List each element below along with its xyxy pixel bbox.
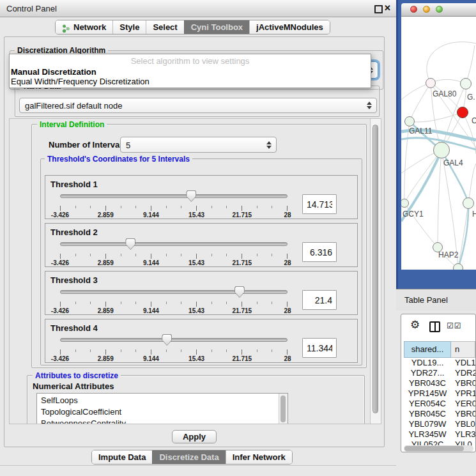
- algorithm-popup-hint: Select algorithm to view settings: [10, 56, 371, 67]
- settings-vertical-scrollbar[interactable]: [370, 119, 381, 424]
- float-window-icon[interactable]: [374, 5, 383, 13]
- slider-track[interactable]: [60, 290, 288, 294]
- column-header-shared[interactable]: shared...: [404, 341, 451, 358]
- network-node[interactable]: [426, 78, 436, 88]
- app-window: Control Panel ✕ Network: [0, 0, 476, 476]
- slider-track[interactable]: [60, 338, 288, 342]
- network-desktop: GAL80 G. C GAL11 GAL4 GCY1 H HAP2: [396, 0, 476, 289]
- slider-handle[interactable]: [234, 286, 245, 298]
- gear-icon[interactable]: ⚙: [410, 319, 420, 330]
- threshold-value-input[interactable]: [302, 338, 337, 358]
- cyni-mode-tab[interactable]: Impute Data: [92, 450, 152, 464]
- slider-handle-face: [235, 287, 244, 297]
- threshold-slider[interactable]: -3.426 2.859 9.144 15.43 21.: [60, 334, 288, 363]
- table-cell: YPR1: [451, 388, 475, 399]
- combo-spinner-icon: [266, 141, 272, 149]
- attribute-list-item[interactable]: SelfLoops: [37, 395, 288, 406]
- tab-label: Network: [73, 20, 106, 34]
- minimize-traffic-light-icon[interactable]: [423, 6, 430, 13]
- threshold-slider[interactable]: -3.426 2.859 9.144 15.43 21.: [60, 238, 288, 267]
- apply-button[interactable]: Apply: [172, 430, 217, 443]
- control-panel-tab[interactable]: Cyni Toolbox: [184, 20, 249, 34]
- attribute-list-item[interactable]: TopologicalCoefficient: [37, 406, 288, 418]
- threshold-slider[interactable]: -3.426 2.859 9.144 15.43 21.: [60, 286, 288, 315]
- numerical-attributes-list[interactable]: SelfLoops TopologicalCoefficient Between…: [36, 393, 288, 424]
- table-horizontal-scrollbar[interactable]: [404, 445, 473, 452]
- tick-label: 21.715: [233, 211, 252, 219]
- attributes-list-scrollbar[interactable]: [279, 394, 288, 424]
- scrollbar-thumb[interactable]: [404, 446, 464, 451]
- threshold-value-input[interactable]: [302, 290, 337, 310]
- threshold-slider[interactable]: -3.426 2.859 9.144 15.43 21.: [60, 190, 288, 219]
- table-cell: YER054C: [404, 399, 451, 409]
- column-header-name[interactable]: n: [451, 341, 475, 358]
- tick-label: 15.43: [188, 259, 204, 266]
- table-cell: YBL0: [451, 419, 475, 429]
- tick-label: 21.715: [233, 355, 252, 362]
- slider-handle-face: [162, 335, 171, 345]
- scrollbar-thumb[interactable]: [280, 395, 286, 422]
- threshold-value-input[interactable]: [302, 194, 337, 214]
- slider-ticks: [60, 206, 288, 211]
- tick-label: -3.426: [51, 355, 69, 362]
- network-node-label: GAL80: [433, 89, 456, 98]
- slider-handle[interactable]: [125, 238, 135, 250]
- table-row[interactable]: YBL079W YBL0: [404, 419, 475, 429]
- tick-label: 9.144: [143, 259, 159, 266]
- table-cell: YDL1: [451, 358, 475, 368]
- table-row[interactable]: YLR345W YLR3: [404, 429, 475, 440]
- scrollbar-thumb[interactable]: [372, 125, 378, 413]
- table-panel-bar: Table Panel: [396, 289, 476, 311]
- slider-track[interactable]: [60, 194, 288, 198]
- table-row[interactable]: YER054C YER0: [404, 399, 475, 409]
- number-of-intervals-label: Number of Intervals: [49, 140, 127, 150]
- threshold-label: Threshold 1: [50, 180, 98, 189]
- tab-label: Impute Data: [98, 450, 146, 464]
- control-panel-tab[interactable]: Style: [112, 20, 146, 34]
- table-data-combobox[interactable]: galFiltered.sif default node: [19, 98, 377, 113]
- network-node[interactable]: [433, 142, 450, 158]
- network-node[interactable]: [457, 107, 468, 118]
- table-row[interactable]: YBR043C YBR0: [404, 378, 475, 388]
- split-columns-icon[interactable]: [429, 321, 440, 332]
- attributes-group-title: Attributes to discretize: [33, 371, 121, 380]
- table-cell: YBR0: [451, 409, 475, 419]
- threshold-label: Threshold 3: [50, 275, 98, 285]
- algorithm-option[interactable]: Manual Discretization: [10, 67, 371, 77]
- table-cell: YBR043C: [404, 378, 451, 388]
- slider-track[interactable]: [60, 242, 288, 246]
- network-node[interactable]: [460, 78, 472, 89]
- close-icon[interactable]: ✕: [384, 3, 391, 13]
- network-node[interactable]: [453, 263, 463, 270]
- tick-label: 28: [284, 211, 291, 219]
- threshold-value-input[interactable]: [302, 242, 337, 262]
- zoom-traffic-light-icon[interactable]: [436, 6, 443, 13]
- slider-handle[interactable]: [162, 334, 172, 346]
- network-canvas[interactable]: GAL80 G. C GAL11 GAL4 GCY1 H HAP2: [401, 17, 476, 270]
- network-node[interactable]: [404, 116, 415, 127]
- close-traffic-light-icon[interactable]: [410, 6, 417, 13]
- table-row[interactable]: YDR27... YDR2: [404, 368, 475, 378]
- tab-label: jActiveMNodules: [256, 20, 323, 34]
- control-panel-tab[interactable]: Select: [146, 20, 183, 34]
- cyni-mode-tab[interactable]: Infer Network: [226, 450, 292, 464]
- tab-label: Infer Network: [233, 450, 286, 464]
- table-panel-title: Table Panel: [404, 295, 448, 305]
- algorithm-option[interactable]: Equal Width/Frequency Discretization: [10, 77, 371, 86]
- table-row[interactable]: YBR045C YBR0: [404, 409, 475, 419]
- cyni-mode-tab[interactable]: Discretize Data: [152, 450, 225, 464]
- interval-definition-group: Interval Definition Number of Intervals …: [31, 124, 367, 368]
- slider-handle[interactable]: [186, 190, 196, 202]
- number-of-intervals-combobox[interactable]: 5: [120, 137, 277, 153]
- table-cell: YDL19...: [404, 358, 451, 368]
- table-cell: YBR0: [451, 378, 475, 388]
- control-panel-tab[interactable]: jActiveMNodules: [249, 20, 330, 34]
- network-node[interactable]: [463, 197, 474, 209]
- table-row[interactable]: YDL19... YDL1: [404, 358, 475, 368]
- table-row[interactable]: YPR145W YPR1: [404, 388, 475, 399]
- table-cell: YDR2: [451, 368, 475, 378]
- select-columns-icon[interactable]: ☑☑: [447, 321, 462, 330]
- control-panel-tab[interactable]: Network: [56, 20, 112, 34]
- table-cell: YLR345W: [404, 429, 451, 440]
- attribute-list-item[interactable]: BetweennessCentrality: [37, 418, 288, 424]
